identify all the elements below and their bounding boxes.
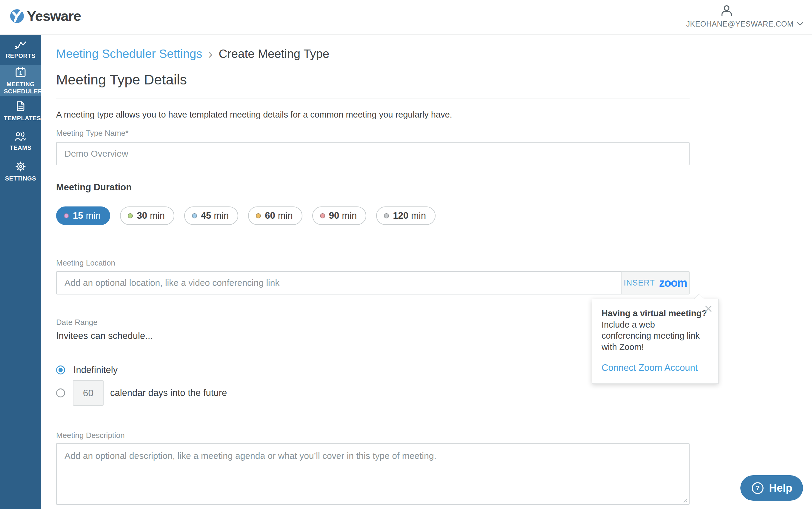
- account-email: JKEOHANE@YESWARE.COM: [686, 20, 794, 28]
- meeting-location-input[interactable]: [56, 271, 690, 295]
- person-icon: [721, 5, 733, 18]
- duration-pill-120[interactable]: 120 min: [376, 206, 435, 225]
- date-range-option-days: 60 calendar days into the future: [56, 380, 690, 406]
- close-icon[interactable]: [704, 304, 713, 313]
- popover-arrow: [694, 294, 704, 304]
- duration-unit: min: [150, 210, 165, 221]
- duration-dot: [128, 213, 133, 218]
- meeting-location-section: Meeting Location INSERT zoom Having a vi…: [56, 259, 690, 295]
- svg-text:?: ?: [755, 484, 759, 492]
- main-content: Meeting Scheduler Settings › Create Meet…: [41, 35, 812, 509]
- duration-dot: [384, 213, 389, 218]
- help-label: Help: [769, 482, 792, 495]
- meeting-location-label: Meeting Location: [56, 259, 690, 268]
- duration-unit: min: [86, 210, 101, 221]
- sidebar-item-reports[interactable]: REPORTS: [0, 35, 41, 65]
- duration-value: 90: [329, 210, 339, 221]
- breadcrumb-separator: ›: [208, 47, 213, 61]
- sidebar-item-label: MEETING SCHEDULER: [4, 80, 37, 95]
- meeting-duration-label: Meeting Duration: [56, 182, 690, 193]
- calendar-days-suffix: calendar days into the future: [110, 387, 227, 398]
- breadcrumb-link-scheduler-settings[interactable]: Meeting Scheduler Settings: [56, 47, 202, 61]
- duration-value: 120: [393, 210, 409, 221]
- meeting-type-name-field: Meeting Type Name*: [56, 129, 690, 165]
- meeting-description-label: Meeting Description: [56, 431, 690, 440]
- gear-icon: [15, 161, 26, 172]
- meeting-description-section: Meeting Description: [56, 431, 690, 505]
- popover-body: Include a web conferencing meeting link …: [602, 319, 700, 353]
- duration-dot: [320, 213, 325, 218]
- breadcrumb-current: Create Meeting Type: [219, 47, 330, 61]
- question-circle-icon: ?: [751, 481, 764, 495]
- meeting-type-name-input[interactable]: [56, 142, 690, 165]
- intro-text: A meeting type allows you to have templa…: [56, 110, 690, 120]
- sidebar-item-label: SETTINGS: [4, 175, 37, 182]
- radio-calendar-days[interactable]: [56, 388, 65, 398]
- sidebar-item-templates[interactable]: TEMPLATES: [0, 96, 41, 126]
- duration-dot: [256, 213, 261, 218]
- popover-title: Having a virtual meeting?: [602, 308, 709, 319]
- sidebar-item-meeting-scheduler[interactable]: 1 MEETING SCHEDULER: [0, 65, 41, 96]
- duration-pill-row: 15 min 30 min 45 min 60 min: [56, 206, 690, 225]
- meeting-description-textarea[interactable]: [56, 443, 690, 505]
- meeting-type-name-label: Meeting Type Name*: [56, 129, 690, 138]
- duration-unit: min: [342, 210, 357, 221]
- meeting-duration-section: Meeting Duration 15 min 30 min 45 min: [56, 182, 690, 225]
- sidebar-item-label: TEAMS: [4, 144, 37, 151]
- zoom-popover: Having a virtual meeting? Include a web …: [592, 299, 719, 384]
- duration-value: 15: [73, 210, 83, 221]
- document-icon: [15, 101, 26, 112]
- duration-dot: [64, 213, 69, 218]
- people-icon: [14, 131, 27, 141]
- yesware-logo[interactable]: Yesware: [10, 8, 81, 24]
- sidebar: REPORTS 1 MEETING SCHEDULER TEMPLATES TE…: [0, 35, 41, 509]
- duration-value: 30: [137, 210, 147, 221]
- help-button[interactable]: ? Help: [740, 475, 803, 501]
- duration-dot: [192, 213, 197, 218]
- sidebar-item-settings[interactable]: SETTINGS: [0, 156, 41, 186]
- breadcrumb: Meeting Scheduler Settings › Create Meet…: [56, 47, 690, 61]
- zoom-brand-label: zoom: [659, 277, 687, 290]
- duration-unit: min: [214, 210, 229, 221]
- duration-pill-60[interactable]: 60 min: [248, 206, 302, 225]
- radio-indefinitely[interactable]: [56, 366, 65, 374]
- account-menu[interactable]: JKEOHANE@YESWARE.COM: [686, 5, 803, 28]
- insert-label: INSERT: [624, 278, 655, 287]
- duration-value: 45: [201, 210, 211, 221]
- chevron-down-icon: [797, 22, 803, 26]
- connect-zoom-link[interactable]: Connect Zoom Account: [602, 363, 698, 373]
- yesware-logo-icon: [10, 9, 24, 23]
- sidebar-item-teams[interactable]: TEAMS: [0, 126, 41, 156]
- sidebar-item-label: REPORTS: [4, 52, 37, 59]
- calendar-icon: 1: [15, 67, 26, 78]
- duration-pill-30[interactable]: 30 min: [120, 206, 174, 225]
- line-chart-icon: [15, 41, 26, 49]
- duration-value: 60: [265, 210, 275, 221]
- insert-zoom-button[interactable]: INSERT zoom: [621, 271, 690, 295]
- duration-unit: min: [411, 210, 426, 221]
- svg-text:1: 1: [20, 71, 22, 76]
- duration-pill-15[interactable]: 15 min: [56, 206, 110, 225]
- top-bar: Yesware JKEOHANE@YESWARE.COM: [0, 0, 812, 35]
- brand-name: Yesware: [27, 8, 81, 24]
- divider: [56, 98, 690, 98]
- radio-indefinitely-label: Indefinitely: [73, 365, 118, 375]
- calendar-days-input[interactable]: 60: [73, 380, 104, 406]
- page-title: Meeting Type Details: [56, 71, 690, 88]
- duration-unit: min: [278, 210, 293, 221]
- sidebar-item-label: TEMPLATES: [4, 114, 37, 122]
- duration-pill-90[interactable]: 90 min: [312, 206, 366, 225]
- duration-pill-45[interactable]: 45 min: [184, 206, 238, 225]
